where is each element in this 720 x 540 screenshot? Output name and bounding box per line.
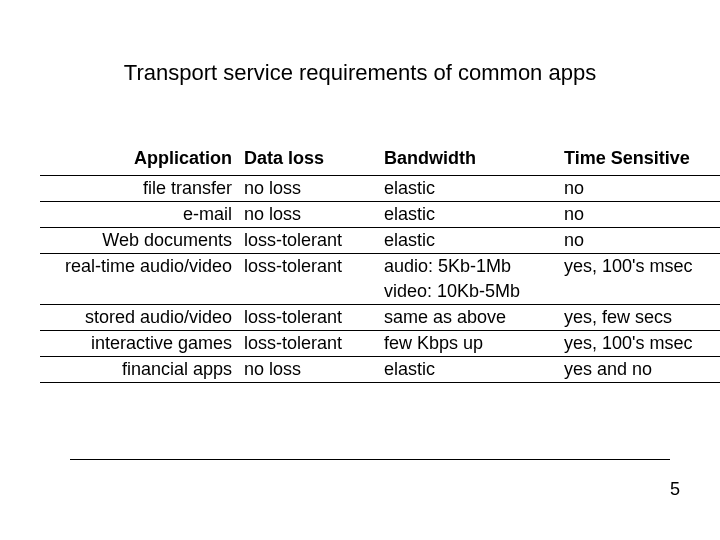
table-cell: stored audio/video bbox=[40, 305, 240, 331]
table-cell: loss-tolerant bbox=[240, 254, 380, 279]
table-cell bbox=[40, 279, 240, 305]
table-cell: financial apps bbox=[40, 357, 240, 383]
table-cell: no bbox=[560, 202, 720, 228]
table-cell bbox=[560, 279, 720, 305]
table-cell: yes, 100's msec bbox=[560, 254, 720, 279]
requirements-table: Application Data loss Bandwidth Time Sen… bbox=[40, 146, 690, 383]
table-cell: e-mail bbox=[40, 202, 240, 228]
table-cell: no loss bbox=[240, 176, 380, 202]
table-cell: loss-tolerant bbox=[240, 331, 380, 357]
footer-divider bbox=[70, 459, 670, 460]
col-header-application: Application bbox=[40, 146, 240, 176]
table-cell: elastic bbox=[380, 176, 560, 202]
table-cell: video: 10Kb-5Mb bbox=[380, 279, 560, 305]
table-cell: yes, 100's msec bbox=[560, 331, 720, 357]
table-cell: real-time audio/video bbox=[40, 254, 240, 279]
table-cell: Web documents bbox=[40, 228, 240, 254]
table-cell bbox=[240, 279, 380, 305]
page-title: Transport service requirements of common… bbox=[30, 60, 690, 86]
table-cell: no loss bbox=[240, 202, 380, 228]
table-cell: elastic bbox=[380, 228, 560, 254]
table-cell: loss-tolerant bbox=[240, 305, 380, 331]
table-cell: elastic bbox=[380, 357, 560, 383]
col-header-time-sensitive: Time Sensitive bbox=[560, 146, 720, 176]
table-cell: same as above bbox=[380, 305, 560, 331]
table-cell: no bbox=[560, 228, 720, 254]
table-cell: loss-tolerant bbox=[240, 228, 380, 254]
table-cell: elastic bbox=[380, 202, 560, 228]
table-cell: yes and no bbox=[560, 357, 720, 383]
table-cell: few Kbps up bbox=[380, 331, 560, 357]
slide: Transport service requirements of common… bbox=[0, 0, 720, 540]
table-cell: file transfer bbox=[40, 176, 240, 202]
col-header-bandwidth: Bandwidth bbox=[380, 146, 560, 176]
table-cell: audio: 5Kb-1Mb bbox=[380, 254, 560, 279]
table-cell: yes, few secs bbox=[560, 305, 720, 331]
col-header-data-loss: Data loss bbox=[240, 146, 380, 176]
page-number: 5 bbox=[670, 479, 680, 500]
table-cell: no loss bbox=[240, 357, 380, 383]
table-cell: no bbox=[560, 176, 720, 202]
table-cell: interactive games bbox=[40, 331, 240, 357]
